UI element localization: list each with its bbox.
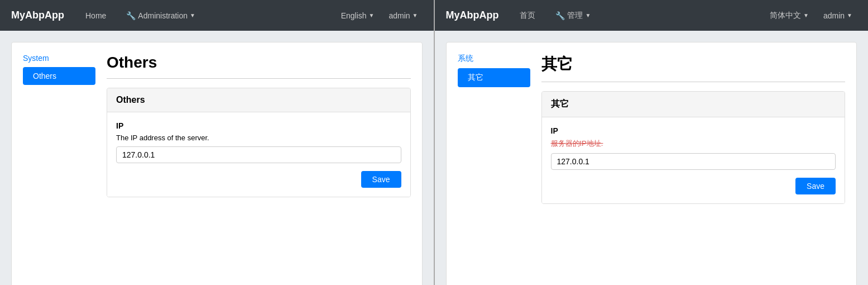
ip-desc-right: 服务器的IP地址. (551, 139, 836, 149)
ip-label-right: IP (551, 126, 836, 135)
settings-card-body-right: IP 服务器的IP地址. Save (542, 117, 845, 203)
save-button-left[interactable]: Save (361, 171, 401, 188)
page-title-left: Others (107, 54, 411, 72)
sidebar-right: 系统 其它 (458, 54, 530, 285)
ip-label-left: IP (116, 121, 401, 130)
caret-admin-right: ▼ (585, 12, 591, 18)
caret-user-right: ▼ (847, 12, 852, 18)
caret-lang-right: ▼ (803, 12, 809, 18)
nav-home-left[interactable]: Home (81, 8, 111, 23)
user-menu-right[interactable]: admin ▼ (819, 8, 857, 23)
caret-user-left: ▼ (413, 12, 418, 18)
settings-card-right: 其它 IP 服务器的IP地址. Save (541, 91, 846, 204)
brand-left: MyAbpApp (11, 10, 64, 21)
page-title-right: 其它 (541, 54, 846, 75)
brand-right: MyAbpApp (446, 10, 499, 21)
caret-admin-left: ▼ (190, 12, 195, 18)
sidebar-left: System Others (23, 54, 95, 285)
main-content-right: 其它 其它 IP 服务器的IP地址. Save (541, 54, 846, 285)
nav-admin-left[interactable]: 🔧 Administration ▼ (122, 8, 200, 23)
ip-input-left[interactable] (116, 146, 401, 163)
ip-desc-left: The IP address of the server. (116, 134, 401, 142)
wrench-icon-left: 🔧 (126, 11, 136, 20)
ip-input-right[interactable] (551, 153, 836, 170)
caret-lang-left: ▼ (369, 12, 375, 18)
save-button-right[interactable]: Save (795, 178, 836, 194)
sidebar-system-link-right[interactable]: 系统 (458, 54, 530, 64)
settings-card-left: Others IP The IP address of the server. … (107, 88, 411, 197)
language-selector-right[interactable]: 简体中文 ▼ (765, 8, 813, 23)
sidebar-others-btn-left[interactable]: Others (23, 67, 95, 85)
nav-home-right[interactable]: 首页 (515, 8, 540, 23)
user-menu-left[interactable]: admin ▼ (384, 8, 422, 23)
title-divider-left (107, 78, 411, 79)
wrench-icon-right: 🔧 (555, 11, 565, 20)
settings-card-body-left: IP The IP address of the server. Save (107, 112, 410, 197)
settings-card-header-left: Others (107, 88, 410, 112)
settings-card-header-right: 其它 (542, 92, 845, 117)
title-divider-right (541, 82, 846, 82)
language-selector-left[interactable]: English ▼ (337, 8, 379, 23)
sidebar-system-link-left[interactable]: System (23, 54, 95, 63)
nav-admin-right[interactable]: 🔧 管理 ▼ (551, 8, 595, 23)
main-content-left: Others Others IP The IP address of the s… (107, 54, 411, 285)
sidebar-others-btn-right[interactable]: 其它 (458, 68, 530, 87)
